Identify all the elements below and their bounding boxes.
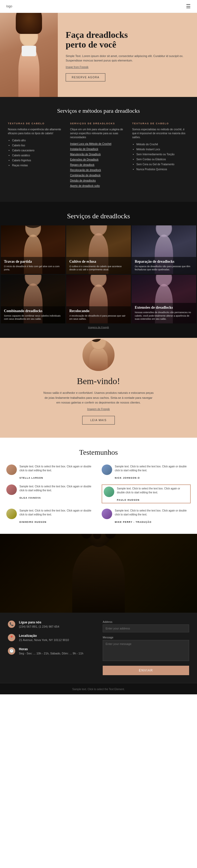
card-title-travas: Travas de partida: [4, 259, 62, 264]
list-item: Sem Cera ou Gel de Tratamento: [136, 162, 189, 167]
footer-bg: [0, 534, 197, 613]
card-desc-recolocando: A recolocação de dreadlocks é para pesso…: [69, 314, 128, 321]
testimonials-grid: Sample text. Click to select the text bo…: [6, 464, 191, 523]
col1-description: Nossos métodos e experiência são altamen…: [8, 127, 65, 135]
service-link[interactable]: Manutenção de Dreadlock: [70, 152, 127, 157]
service-link[interactable]: Aperto de dreadlock solto: [70, 183, 127, 189]
card-desc-travas: O início do dreadlock é feito com gel al…: [4, 265, 62, 271]
footer-bottom-text: Sample text. Click to select the Text El…: [72, 688, 125, 691]
list-item: Cabelo caucasiano: [12, 148, 65, 153]
list-item: Método do Crochê: [136, 142, 189, 147]
testimonial-text-6: Sample text. Click to select the text bo…: [115, 508, 191, 517]
dreadlocks-services-section: Serviços de dreadlocks Travas de partida…: [0, 202, 197, 337]
card-title-combinando: Combinando dreadlocks: [4, 309, 62, 313]
services-methods-title: Serviços e métodos para dreadlocks: [8, 107, 189, 114]
contact-info-col: 📞 Ligue para nós (234) 567-891, (1 234) …: [0, 613, 98, 683]
testimonial-text-4[interactable]: Sample text. Click to select the text bo…: [117, 487, 189, 494]
location-icon: 📍: [8, 634, 15, 641]
list-item: Cabelo asiático: [12, 153, 65, 158]
contact-hours-item: 🕐 Horas Seg - Sex: ... 10h - 21h, Sábado…: [8, 647, 92, 655]
service-link[interactable]: Reparo de dreadlock: [70, 162, 127, 167]
testimonial-card-2: Sample text. Click to select the text bo…: [102, 464, 191, 479]
phone-label: Ligue para nós: [19, 621, 59, 624]
testimonials-section: Testemunhos Sample text. Click to select…: [0, 438, 197, 534]
card-desc-reparacao: Os reparos de dreadlocks são para pessoa…: [135, 265, 193, 271]
services-methods-section: Serviços e métodos para dreadlocks TEXTU…: [0, 97, 197, 202]
service-link[interactable]: Instalação de Dreadlock: [70, 147, 127, 152]
photo-card-travas: Travas de partida O início do dreadlock …: [1, 225, 65, 274]
list-item: Raças mistas: [12, 163, 65, 168]
photo-card-combinando: Combinando dreadlocks Somos capazes de c…: [1, 275, 65, 323]
footer-bottom: Sample text. Click to select the Text El…: [0, 683, 197, 694]
list-item: Cabelo afro: [12, 138, 65, 143]
message-field-textarea[interactable]: [103, 640, 189, 661]
card-desc-combinando: Somos capazes de combinar seus cabelos i…: [4, 314, 62, 321]
testimonial-name-5: DINHEIRO HUDSON: [6, 521, 95, 523]
testimonial-avatar-2: [102, 464, 112, 475]
dreadlocks-image-credit: Imagens de Freepik: [0, 326, 197, 329]
phone-value: (234) 567-891, (1 234) 987-654: [19, 625, 59, 628]
service-link[interactable]: Divisão de dreadlocks: [70, 178, 127, 183]
phone-icon: 📞: [8, 621, 15, 628]
card-title-reparacao: Reparação de dreadlocks: [135, 259, 193, 264]
welcome-avatar: [81, 338, 116, 372]
photo-grid: Travas de partida O início do dreadlock …: [1, 225, 196, 323]
list-item: Sem Cordas ou Elásticos: [136, 157, 189, 162]
services-col-3: TEXTURAS DE CABELO Somos especialistas n…: [132, 122, 189, 189]
testimonial-card-4[interactable]: Sample text. Click to select the text bo…: [102, 485, 191, 503]
card-desc-extensoes: Nossas extensões de dreadlocks são perma…: [135, 311, 193, 321]
header: logo ☰: [0, 0, 197, 13]
clock-icon: 🕐: [8, 647, 15, 655]
read-more-button[interactable]: LEIA MAIS: [82, 416, 115, 425]
testimonial-text-3: Sample text. Click to select the text bo…: [20, 485, 95, 492]
testimonial-name-1: STELLA LARSON: [6, 476, 95, 479]
service-link[interactable]: Combinação de dreadlock: [70, 173, 127, 178]
col3-description: Somos especialistas no método de crochê,…: [132, 127, 189, 139]
hero-title: Faça dreadlocks perto de você: [66, 30, 189, 50]
col1-heading: TEXTURAS DE CABELO: [8, 122, 65, 125]
services-col-2: SERVIÇOS DE DREADLOCKS Clique em um link…: [70, 122, 127, 189]
testimonial-name-6: MIKE PERRY - TRADUÇÃO: [102, 521, 191, 523]
address-field-input[interactable]: [103, 624, 189, 632]
service-link[interactable]: Extensões de Dreadlock: [70, 157, 127, 162]
photo-card-extensoes: Extensões de dreadlocks Nossas extensões…: [132, 275, 196, 323]
service-link[interactable]: Instant Locs via Método de Crochet: [70, 141, 127, 147]
testimonial-text-2: Sample text. Click to select the text bo…: [115, 464, 191, 472]
welcome-avatar-wrap: [0, 338, 197, 372]
testimonial-card-3: Sample text. Click to select the text bo…: [6, 485, 95, 503]
hero-section: Faça dreadlocks perto de você Simple Tex…: [0, 13, 197, 97]
testimonial-avatar-3: [6, 485, 17, 495]
reserve-button[interactable]: RESERVE AGORA: [66, 73, 105, 82]
hero-image-credit: Image from Freepik: [66, 66, 189, 68]
testimonial-avatar-6: [102, 508, 112, 519]
testimonial-avatar-4: [104, 487, 114, 497]
services-col-1: TEXTURAS DE CABELO Nossos métodos e expe…: [8, 122, 65, 189]
contact-phone-item: 📞 Ligue para nós (234) 567-891, (1 234) …: [8, 621, 92, 628]
testimonial-avatar-1: [6, 464, 17, 475]
welcome-content: Bem-vindo! Nosso salão é acolhedor e con…: [0, 338, 197, 438]
testimonial-text-1: Sample text. Click to select the text bo…: [20, 464, 95, 472]
col2-description: Clique em um link para visualizar a pági…: [70, 127, 127, 139]
welcome-title: Bem-vindo!: [0, 376, 197, 386]
services-grid: TEXTURAS DE CABELO Nossos métodos e expe…: [8, 122, 189, 189]
address-value: 21 Avenue, Nova York, NY 10112 9010: [19, 639, 69, 642]
welcome-description: Nosso salão é acolhedor e confortável. U…: [43, 391, 154, 405]
list-item: Método Instant Locs: [136, 147, 189, 152]
service-link[interactable]: Recolocação de dreadlock: [70, 167, 127, 173]
contact-address-item: 📍 Localização 21 Avenue, Nova York, NY 1…: [8, 634, 92, 642]
list-item: Cabelo liso: [12, 143, 65, 148]
submit-button[interactable]: ENVIAR: [103, 666, 189, 675]
hero-image: [0, 13, 58, 97]
col2-heading: SERVIÇOS DE DREADLOCKS: [70, 122, 127, 125]
col3-list: Método do Crochê Método Instant Locs Sem…: [132, 142, 189, 172]
list-item: Sem Intermediamento ou Torção: [136, 152, 189, 157]
card-title-recolocando: Recolocando: [69, 309, 128, 313]
testimonial-card-1: Sample text. Click to select the text bo…: [6, 464, 95, 479]
contact-form-col: Address Message ENVIAR: [98, 613, 197, 683]
message-field-label: Message: [103, 636, 189, 639]
card-desc-cultivo: O cultivo é o crescimento do cabelo que …: [69, 265, 128, 271]
col2-links: Instant Locs via Método de Crochet Insta…: [70, 141, 127, 189]
hamburger-icon[interactable]: ☰: [186, 3, 191, 9]
logo: logo: [6, 4, 12, 8]
hero-description: Simple Text. Lorem ipsum dolor sit amet,…: [66, 54, 189, 63]
